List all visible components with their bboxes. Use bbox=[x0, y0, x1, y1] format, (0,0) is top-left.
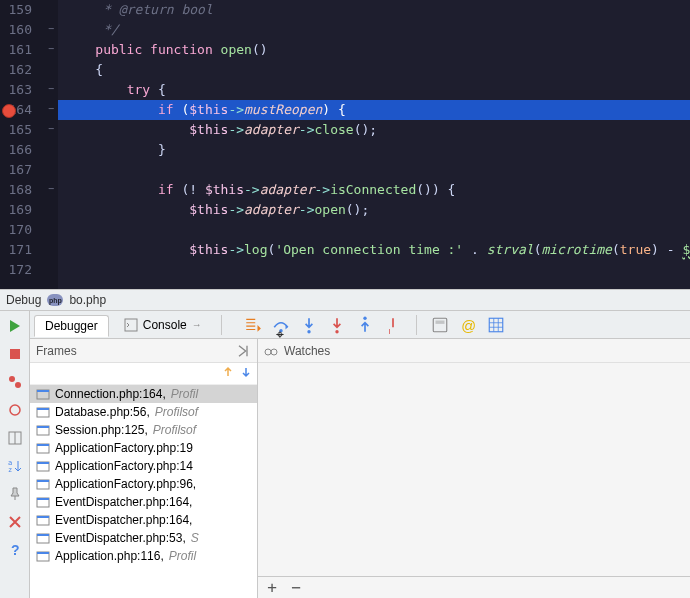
svg-point-13 bbox=[363, 316, 366, 319]
svg-point-40 bbox=[265, 349, 271, 355]
frame-row[interactable]: Connection.php:164, Profil bbox=[30, 385, 257, 403]
svg-rect-37 bbox=[37, 534, 49, 536]
svg-rect-23 bbox=[37, 408, 49, 410]
remove-watch-button[interactable]: − bbox=[288, 580, 304, 596]
svg-rect-0 bbox=[10, 349, 20, 359]
add-watch-button[interactable]: + bbox=[264, 580, 280, 596]
frame-row[interactable]: EventDispatcher.php:164, bbox=[30, 511, 257, 529]
code-editor[interactable]: 159 160 161 162 163 164 165 166 167 168 … bbox=[0, 0, 690, 289]
svg-rect-33 bbox=[37, 498, 49, 500]
sort-button[interactable]: az bbox=[6, 457, 24, 475]
svg-rect-27 bbox=[37, 444, 49, 446]
gutter: 159 160 161 162 163 164 165 166 167 168 … bbox=[0, 0, 58, 289]
evaluate-button[interactable] bbox=[431, 316, 449, 334]
console-icon bbox=[124, 318, 138, 332]
svg-text:z: z bbox=[8, 466, 12, 474]
code-body[interactable]: * @return bool */ public function open()… bbox=[58, 0, 690, 289]
force-step-into-button[interactable] bbox=[328, 316, 346, 334]
settings-button[interactable] bbox=[487, 316, 505, 334]
debug-file: bo.php bbox=[69, 293, 106, 307]
pin-button[interactable] bbox=[6, 485, 24, 503]
frame-row[interactable]: Session.php:125, Profilsof bbox=[30, 421, 257, 439]
svg-point-11 bbox=[307, 330, 310, 333]
svg-text:I: I bbox=[388, 327, 390, 334]
svg-point-10 bbox=[279, 328, 282, 331]
svg-point-1 bbox=[9, 376, 15, 382]
view-breakpoints-button[interactable] bbox=[6, 373, 24, 391]
layout-button[interactable] bbox=[6, 429, 24, 447]
frames-list[interactable]: Connection.php:164, Profil Database.php:… bbox=[30, 385, 257, 598]
prev-frame-button[interactable] bbox=[221, 365, 235, 382]
watches-body[interactable] bbox=[258, 363, 690, 576]
run-to-cursor-button[interactable]: I bbox=[384, 316, 402, 334]
frame-row[interactable]: Database.php:56, Profilsof bbox=[30, 403, 257, 421]
step-into-button[interactable] bbox=[300, 316, 318, 334]
svg-point-3 bbox=[10, 405, 20, 415]
svg-text:?: ? bbox=[11, 542, 20, 558]
tab-console[interactable]: Console → bbox=[113, 314, 213, 336]
debug-tool-window-header[interactable]: Debug php bo.php bbox=[0, 289, 690, 311]
debug-tabs-row: Debugger Console → ⌖ I @ bbox=[30, 311, 690, 339]
svg-rect-16 bbox=[435, 320, 444, 323]
svg-rect-31 bbox=[37, 480, 49, 482]
help-button[interactable]: ? bbox=[6, 541, 24, 559]
svg-rect-25 bbox=[37, 426, 49, 428]
watches-panel: Watches + − bbox=[258, 339, 690, 598]
debug-panel: az ? Debugger Console → ⌖ bbox=[0, 311, 690, 598]
stop-button[interactable] bbox=[6, 345, 24, 363]
thread-selector[interactable] bbox=[30, 363, 257, 385]
frame-row[interactable]: Application.php:116, Profil bbox=[30, 547, 257, 565]
svg-rect-39 bbox=[37, 552, 49, 554]
debug-label: Debug bbox=[6, 293, 41, 307]
svg-rect-15 bbox=[433, 318, 447, 332]
svg-point-41 bbox=[271, 349, 277, 355]
svg-rect-35 bbox=[37, 516, 49, 518]
frame-row[interactable]: ApplicationFactory.php:96, bbox=[30, 475, 257, 493]
frames-panel: Frames Connection.php:164, Profil Databa… bbox=[30, 339, 258, 598]
step-over-button[interactable]: ⌖ bbox=[272, 316, 290, 334]
svg-rect-29 bbox=[37, 462, 49, 464]
debug-left-toolbar: az ? bbox=[0, 311, 30, 598]
svg-rect-9 bbox=[125, 319, 137, 331]
svg-point-2 bbox=[15, 382, 21, 388]
php-icon: php bbox=[47, 294, 63, 306]
hide-icon[interactable] bbox=[235, 343, 251, 359]
mute-breakpoints-button[interactable] bbox=[6, 401, 24, 419]
frame-row[interactable]: ApplicationFactory.php:19 bbox=[30, 439, 257, 457]
svg-rect-18 bbox=[489, 318, 503, 332]
current-exec-line: if ($this->mustReopen) { bbox=[58, 100, 690, 120]
frame-row[interactable]: EventDispatcher.php:53, S bbox=[30, 529, 257, 547]
at-button[interactable]: @ bbox=[459, 316, 477, 334]
chevron-right-icon: → bbox=[192, 319, 202, 330]
glasses-icon bbox=[264, 344, 278, 358]
close-button[interactable] bbox=[6, 513, 24, 531]
svg-point-12 bbox=[335, 330, 338, 333]
tab-debugger[interactable]: Debugger bbox=[34, 315, 109, 337]
svg-rect-21 bbox=[37, 390, 49, 392]
watches-title: Watches bbox=[284, 344, 330, 358]
show-exec-point-button[interactable] bbox=[244, 316, 262, 334]
frames-title: Frames bbox=[36, 344, 77, 358]
frame-row[interactable]: EventDispatcher.php:164, bbox=[30, 493, 257, 511]
next-frame-button[interactable] bbox=[239, 365, 253, 382]
svg-text:@: @ bbox=[461, 317, 476, 333]
frame-row[interactable]: ApplicationFactory.php:14 bbox=[30, 457, 257, 475]
resume-button[interactable] bbox=[6, 317, 24, 335]
step-out-button[interactable] bbox=[356, 316, 374, 334]
